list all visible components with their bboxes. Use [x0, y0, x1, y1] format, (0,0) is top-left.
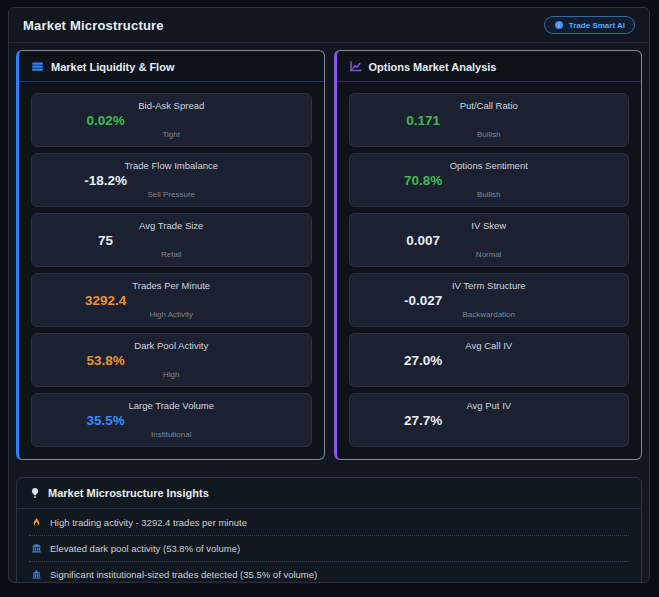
metric-label: Trade Flow Imbalance	[40, 160, 303, 171]
metric-label: Large Trade Volume	[40, 400, 303, 411]
metric-label: Avg Trade Size	[40, 220, 303, 231]
insight-text: Significant institutional-sized trades d…	[50, 569, 317, 580]
metric-panel: Options Market Analysis Put/Call Ratio 0…	[334, 50, 643, 460]
institution-icon	[31, 569, 42, 580]
metric-card: Avg Call IV 27.0%	[349, 333, 630, 387]
insight-list: High trading activity - 3292.4 trades pe…	[17, 509, 641, 583]
insight-item: High trading activity - 3292.4 trades pe…	[29, 510, 629, 536]
metric-subtitle	[358, 430, 621, 439]
metric-card: Put/Call Ratio 0.171 Bullish	[349, 93, 630, 147]
insight-item: Significant institutional-sized trades d…	[29, 562, 629, 583]
metric-subtitle: High	[40, 370, 303, 379]
metric-subtitle: High Activity	[40, 310, 303, 319]
metric-subtitle: Institutional	[40, 430, 303, 439]
metric-value: 27.7%	[358, 413, 489, 428]
metric-card: IV Term Structure -0.027 Backwardation	[349, 273, 630, 327]
metric-value: 3292.4	[40, 293, 171, 308]
insights-header: Market Microstructure Insights	[17, 478, 641, 509]
metric-label: Dark Pool Activity	[40, 340, 303, 351]
metric-subtitle	[358, 370, 621, 379]
metric-subtitle: Normal	[358, 250, 621, 259]
fire-icon	[31, 517, 42, 528]
metric-subtitle: Bullish	[358, 130, 621, 139]
metric-value: 53.8%	[40, 353, 171, 368]
metric-card: Large Trade Volume 35.5% Institutional	[31, 393, 312, 447]
metric-value: 0.02%	[40, 113, 171, 128]
page-title: Market Microstructure	[23, 18, 164, 33]
metric-value: 35.5%	[40, 413, 171, 428]
metric-list: Bid-Ask Spread 0.02% Tight Trade Flow Im…	[19, 82, 324, 459]
metric-value: 70.8%	[358, 173, 489, 188]
metric-panels: Market Liquidity & Flow Bid-Ask Spread 0…	[16, 50, 642, 460]
metric-panel: Market Liquidity & Flow Bid-Ask Spread 0…	[16, 50, 325, 460]
chart-line-icon	[349, 60, 362, 73]
metric-list: Put/Call Ratio 0.171 Bullish Options Sen…	[337, 82, 642, 459]
metric-label: Options Sentiment	[358, 160, 621, 171]
metric-value: 27.0%	[358, 353, 489, 368]
metric-subtitle: Tight	[40, 130, 303, 139]
panel-title: Market Liquidity & Flow	[51, 61, 174, 73]
metric-value: 0.007	[358, 233, 489, 248]
metric-card: Trades Per Minute 3292.4 High Activity	[31, 273, 312, 327]
insights-title: Market Microstructure Insights	[48, 487, 209, 499]
metric-value: 0.171	[358, 113, 489, 128]
metric-card: Dark Pool Activity 53.8% High	[31, 333, 312, 387]
bank-icon	[31, 543, 42, 554]
metric-label: Put/Call Ratio	[358, 100, 621, 111]
market-microstructure-widget: Market Microstructure Trade Smart AI Mar…	[8, 7, 650, 583]
panel-header: Options Market Analysis	[337, 51, 642, 82]
metric-card: Bid-Ask Spread 0.02% Tight	[31, 93, 312, 147]
widget-header: Market Microstructure Trade Smart AI	[9, 8, 649, 43]
badge-label: Trade Smart AI	[569, 21, 625, 30]
trade-smart-ai-badge[interactable]: Trade Smart AI	[544, 16, 635, 34]
insight-text: High trading activity - 3292.4 trades pe…	[50, 517, 247, 528]
bars-icon	[31, 60, 44, 73]
metric-value: -18.2%	[40, 173, 171, 188]
metric-card: Avg Put IV 27.7%	[349, 393, 630, 447]
metric-value: -0.027	[358, 293, 489, 308]
metric-subtitle: Bullish	[358, 190, 621, 199]
metric-card: Options Sentiment 70.8% Bullish	[349, 153, 630, 207]
insight-item: Elevated dark pool activity (53.8% of vo…	[29, 536, 629, 562]
metric-card: IV Skew 0.007 Normal	[349, 213, 630, 267]
metric-label: Avg Call IV	[358, 340, 621, 351]
metric-label: IV Term Structure	[358, 280, 621, 291]
insight-text: Elevated dark pool activity (53.8% of vo…	[50, 543, 240, 554]
panel-title: Options Market Analysis	[369, 61, 497, 73]
metric-subtitle: Sell Pressure	[40, 190, 303, 199]
metric-label: Trades Per Minute	[40, 280, 303, 291]
ai-icon	[554, 20, 564, 30]
metric-card: Avg Trade Size 75 Retail	[31, 213, 312, 267]
widget-content: Market Liquidity & Flow Bid-Ask Spread 0…	[9, 43, 649, 583]
metric-card: Trade Flow Imbalance -18.2% Sell Pressur…	[31, 153, 312, 207]
metric-label: Avg Put IV	[358, 400, 621, 411]
lightbulb-icon	[29, 487, 41, 499]
panel-header: Market Liquidity & Flow	[19, 51, 324, 82]
metric-value: 75	[40, 233, 171, 248]
metric-subtitle: Backwardation	[358, 310, 621, 319]
metric-subtitle: Retail	[40, 250, 303, 259]
metric-label: IV Skew	[358, 220, 621, 231]
metric-label: Bid-Ask Spread	[40, 100, 303, 111]
insights-section: Market Microstructure Insights High trad…	[16, 477, 642, 583]
